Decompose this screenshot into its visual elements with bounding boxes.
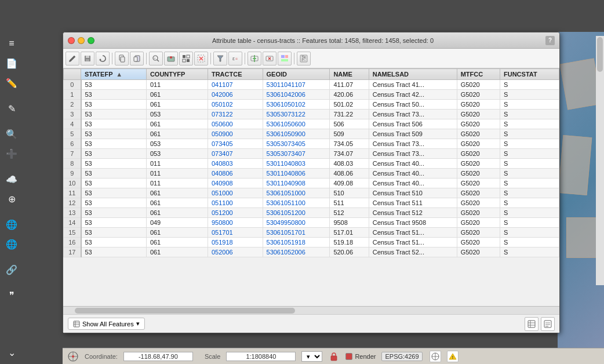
cell-tractce: 950800 <box>208 218 263 228</box>
crs-settings-button[interactable] <box>430 351 441 362</box>
sidebar-icon-10[interactable]: 🌐 <box>2 235 21 253</box>
table-row[interactable]: 105301104090853011040908409.08Census Tra… <box>64 179 559 188</box>
table-row[interactable]: 25306105010253061050102501.02Census Trac… <box>64 100 559 110</box>
new-field-button[interactable] <box>248 52 261 65</box>
sidebar-icon-4[interactable]: ✎ <box>2 99 21 118</box>
svg-rect-13 <box>183 55 185 58</box>
cell-mtfcc: G5020 <box>457 228 500 238</box>
table-row[interactable]: 125306105110053061051100511Census Tract … <box>64 198 559 208</box>
cell-countyfp: 061 <box>146 208 208 218</box>
close-button[interactable] <box>68 37 75 44</box>
cell-countyfp: 061 <box>146 238 208 247</box>
cell-name: 731.22 <box>330 110 369 119</box>
cell-countyfp: 011 <box>146 159 208 169</box>
table-row[interactable]: 155306105170153061051701517.01Census Tra… <box>64 228 559 238</box>
col-header-mtfcc[interactable]: MTFCC <box>457 69 500 80</box>
col-header-funcstat[interactable]: FUNCSTAT <box>500 69 559 80</box>
table-row[interactable]: 165306105191853061051918519.18Census Tra… <box>64 238 559 247</box>
col-header-geoid[interactable]: GEOID <box>263 69 330 80</box>
col-header-countyfp[interactable]: COUNTYFP <box>146 69 208 80</box>
sidebar-icon-9[interactable]: 🌐 <box>2 215 21 234</box>
col-header-statefp[interactable]: STATEFP ▲ <box>81 69 147 80</box>
horizontal-scrollbar[interactable] <box>63 306 559 314</box>
col-header-tractce[interactable]: TRACTCE <box>208 69 263 80</box>
select-by-expression-button[interactable]: ε= <box>228 52 242 65</box>
invert-selection-button[interactable] <box>179 52 193 65</box>
show-all-features-button[interactable]: Show All Features ▾ <box>68 318 145 330</box>
reload-button[interactable] <box>96 52 110 65</box>
save-button[interactable] <box>81 52 94 65</box>
pan-to-selected-button[interactable] <box>164 52 178 65</box>
filter-button[interactable] <box>213 52 227 65</box>
table-row[interactable]: 55306105090053061050900509Census Tract 5… <box>64 129 559 139</box>
table-row[interactable]: 15306104200653061042006420.06Census Trac… <box>64 90 559 100</box>
render-checkbox[interactable] <box>345 353 352 360</box>
cell-name: 734.07 <box>330 149 369 159</box>
table-row[interactable]: 95301104080653011040806408.06Census Trac… <box>64 169 559 179</box>
v-scroll-thumb[interactable] <box>597 37 603 72</box>
sidebar-icon-1[interactable]: ≡ <box>2 34 21 53</box>
edit-mode-button[interactable] <box>66 52 79 65</box>
left-toolbar: ≡ 📄 ✏️ ✎ 🔍 ➕ ☁️ ⊕ 🌐 🌐 🔗 ❞ ⌄ <box>0 32 63 364</box>
row-number: 16 <box>64 238 81 247</box>
cell-tractce: 050900 <box>208 129 263 139</box>
sidebar-icon-8[interactable]: ⊕ <box>2 190 21 208</box>
cell-mtfcc: G5020 <box>457 100 500 110</box>
table-row[interactable]: 65305307340553053073405734.05Census Trac… <box>64 139 559 149</box>
row-number: 3 <box>64 110 81 119</box>
sidebar-icon-6[interactable]: ➕ <box>2 144 21 163</box>
sidebar-icon-5[interactable]: 🔍 <box>2 125 21 143</box>
minimize-button[interactable] <box>78 37 85 44</box>
cell-name: 519.18 <box>330 238 369 247</box>
sidebar-icon-13[interactable]: ⌄ <box>2 343 21 362</box>
warning-button[interactable]: ! <box>447 351 459 362</box>
h-scroll-thumb[interactable] <box>75 308 295 314</box>
attribute-table: STATEFP ▲ COUNTYFP TRACTCE GEOID NAME NA… <box>63 68 559 257</box>
form-view-button[interactable] <box>541 317 555 331</box>
sidebar-icon-12[interactable]: ❞ <box>2 286 21 304</box>
cell-name: 512 <box>330 208 369 218</box>
sidebar-icon-7[interactable]: ☁️ <box>2 170 21 188</box>
vertical-scrollbar[interactable] <box>596 36 604 285</box>
zoom-selected-button[interactable]: + <box>149 52 163 65</box>
svg-text:!: ! <box>452 355 453 359</box>
field-calculator-button[interactable]: ∑x÷- <box>297 52 311 65</box>
table-row[interactable]: 135306105120053061051200512Census Tract … <box>64 208 559 218</box>
table-row[interactable]: 45306105060053061050600506Census Tract 5… <box>64 119 559 129</box>
svg-rect-5 <box>121 57 125 62</box>
table-row[interactable]: 05301104110753011041107411.07Census Trac… <box>64 80 559 90</box>
table-row[interactable]: 175306105200653061052006520.06Census Tra… <box>64 247 559 257</box>
cell-geoid: 53061051701 <box>263 228 330 238</box>
svg-rect-41 <box>528 321 535 327</box>
maximize-button[interactable] <box>88 37 94 44</box>
col-header-rownum[interactable] <box>64 69 81 80</box>
table-row[interactable]: 85301104080353011040803408.03Census Trac… <box>64 159 559 169</box>
row-number: 17 <box>64 247 81 257</box>
cell-tractce: 051100 <box>208 198 263 208</box>
delete-field-button[interactable] <box>263 52 276 65</box>
copy-selected-button[interactable] <box>115 52 129 65</box>
col-header-name[interactable]: NAME <box>330 69 369 80</box>
help-button[interactable]: ? <box>545 36 555 45</box>
row-number: 0 <box>64 80 81 90</box>
cell-geoid: 53053073407 <box>263 149 330 159</box>
table-row[interactable]: 35305307312253053073122731.22Census Trac… <box>64 110 559 119</box>
deselect-all-button[interactable] <box>194 52 208 65</box>
table-view-button[interactable] <box>525 317 538 331</box>
table-row[interactable]: 75305307340753053073407734.07Census Trac… <box>64 149 559 159</box>
conditional-format-button[interactable] <box>278 52 292 65</box>
cell-namelsad: Census Tract 40... <box>369 179 457 188</box>
scale-dropdown[interactable]: ▾ <box>301 351 322 362</box>
sidebar-icon-2[interactable]: 📄 <box>2 54 21 72</box>
cell-geoid: 53053073405 <box>263 139 330 149</box>
sidebar-icon-11[interactable]: 🔗 <box>2 260 21 279</box>
col-header-namelsad[interactable]: NAMELSAD <box>369 69 457 80</box>
paste-button[interactable] <box>130 52 144 65</box>
table-row[interactable]: 115306105100053061051000510Census Tract … <box>64 188 559 198</box>
cell-statefp: 53 <box>81 247 147 257</box>
table-row[interactable]: 1453049950800530499508009508Census Tract… <box>64 218 559 228</box>
svg-text:-: - <box>304 59 305 62</box>
sidebar-icon-3[interactable]: ✏️ <box>2 74 21 92</box>
cell-name: 520.06 <box>330 247 369 257</box>
table-scroll[interactable]: STATEFP ▲ COUNTYFP TRACTCE GEOID NAME NA… <box>63 68 559 306</box>
